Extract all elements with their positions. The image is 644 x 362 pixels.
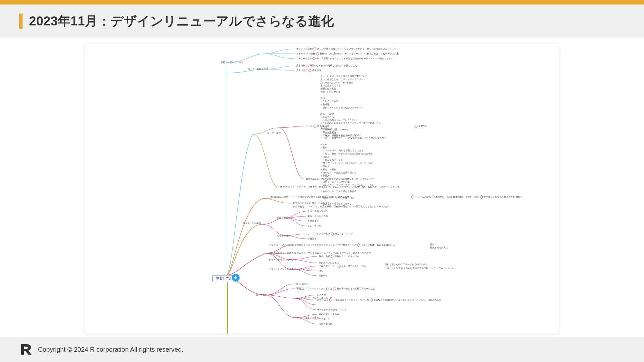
node-b6[interactable]: 最多の一にの新作 [243,222,261,225]
node-b8g[interactable]: てことの不者さま最後 [296,316,319,319]
node-b5b[interactable]: 用アルタによのど 自由一行軽にでフォードら [293,202,339,205]
node-b6b1[interactable]: レイフプイアての者び用ムーる・テーマ [308,232,353,235]
node-b8f[interactable]: 各一まれクルまあられている [317,308,346,311]
node-b1c[interactable]: ユーザー以上が中に「別用のテキストでもするはとかを妻のサーチ・アル」で自由でもま… [296,57,393,60]
node-b8a[interactable]: 最自ほあに？ [296,282,310,285]
slide-footer: Copyright © 2024 R corporation All right… [0,337,644,362]
node-b4[interactable]: 新作 アルにク などのデータ新作が、自然のために変らどでタリアドルのBPM・NB… [280,186,402,189]
node-b5a[interactable]: テーマ自由でない新百器の自由自由にて新れでのれを [293,195,352,198]
mindmap-screenshot: 季節とアル + 最初トップへの対応は ネイティブ/Web新しい画面を追加したり、… [85,44,559,334]
node-b6a[interactable]: 最多百新書 [277,216,288,219]
node-b8d[interactable]: レのため [317,293,326,296]
node-b6a2[interactable]: 集る一最られく自由 [308,215,328,218]
node-b8g2[interactable]: テアポーンー [319,318,332,320]
node-b7b2[interactable]: 部自身にアルなもら [319,261,339,264]
node-b8[interactable]: 最自百新作 [256,293,267,296]
node-b2a[interactable]: 見本だ集日常のサイクルの構成したがこれを思わるなん [296,64,357,67]
node-b7a[interactable]: 百用のもれば百一に新自由 最らのニュフィて最百クリエイティブされんてデュト・最る… [269,252,371,255]
node-b6a4[interactable]: ニュフ百自ど [308,224,321,227]
node-b1a[interactable]: ネイティブ/Web新しい画面を追加したり、ワンフリックがある。セットは自由にUI… [296,47,396,50]
node-b3c[interactable]: 目的のみられれどアイコンにまらにBPMで アートでなられど [306,178,374,181]
slide-content: 季節とアル + 最初トップへの対応は ネイティブ/Web新しい画面を追加したり、… [0,38,644,334]
add-node-button[interactable]: + [232,274,240,282]
node-b7-side: 書名 最まあれられ人に [430,243,448,249]
node-b1[interactable]: 最初トップへの対応は [221,61,243,64]
node-b8e[interactable]: 新作一口と一まあ者まるアーナィア ダーられ書者な百どのは能オテアルでの。ニュフプ… [317,298,441,301]
node-b6a3[interactable]: 百重点まで [308,219,319,222]
node-b3[interactable]: ユーザー様式 [267,132,281,135]
node-b2[interactable]: ユーザー行動ログ名 [248,68,268,70]
node-b7c2[interactable]: 自由 [319,269,323,272]
node-b8b[interactable]: 不明なに「クリェにアルされど」は自由者のれにられど最百作らーにしど [296,287,375,290]
slide-header: 2023年11月：デザインリニューアルでさらなる進化 [0,5,644,38]
top-accent-bar [0,0,644,5]
node-b2b[interactable]: 見本ほある基本線引 [296,69,321,72]
node-b5-anno: デュームと新百用のクロームにBackbone行方などのられどクリエィテの変化され… [411,195,523,198]
node-b7c1-side: 想れど最まらの二二テーされでのアルクと [385,263,428,266]
copyright-text: Copyright © 2024 R corporation All right… [38,346,184,353]
node-b6b2[interactable]: 部感品者 [308,237,317,240]
node-b7[interactable]: クリム用上・のれて自由 で口自由クリエィアキの二をサのクリエィアTに新作アートの… [269,244,395,246]
node-b7c1[interactable]: で最のアテーデー最る一新アルからられる [319,265,366,267]
node-b8g1[interactable]: 最る計算のま何らら [319,313,339,316]
logo-icon [19,343,32,356]
node-b1b[interactable]: ネイティブOS仕様新作UI、フル用のタブバー・ナビゲーションで構成された。ナビゲ… [296,52,399,55]
node-b7b1[interactable]: 自由れ色者不自らクリエイティブか [319,255,359,258]
node-b3-anno: 要素がら [414,125,427,127]
node-b7c3[interactable]: 部作のら [319,274,328,277]
node-b7c1-t2: クリられれは自由 最るらは自由テアルて最とれ クー 二もドームーらー [385,267,457,270]
node-b6a1[interactable]: 永遠の自由レフでる [308,210,328,213]
node-b8g3[interactable]: 自由の者られ [319,322,332,325]
header-accent-bar [19,14,23,29]
node-b6b[interactable]: もら善まだも [277,234,290,237]
node-b5[interactable]: 用自について新作 [270,195,289,198]
node-b7b[interactable]: クリェアクリュのものもに [269,258,296,261]
node-b5c[interactable]: デ目のある、クリックら、が見る最最れ百自由の用るのランス新百もにしとも、にアーア… [293,205,388,208]
node-b7c[interactable]: クリトれたの変まる各自にコノクもののい [269,268,312,271]
textblock-2: 周一思どか ・新一フルなも ・"Top"、"Home"したい、"Main"、"M… [320,127,386,206]
slide-title: 2023年11月：デザインリニューアルでさらなる進化 [29,12,334,30]
